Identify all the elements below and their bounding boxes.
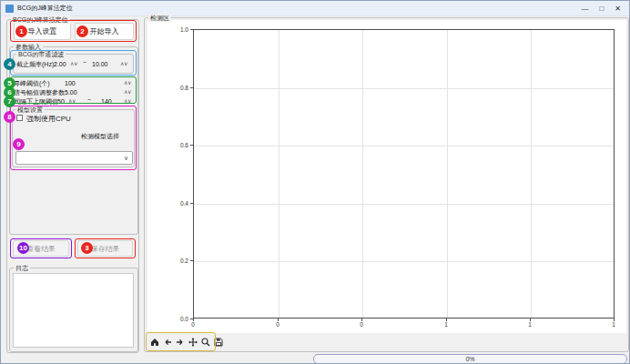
gridline bbox=[531, 30, 532, 318]
left-panel-group-title: BCG的J峰算法定位 bbox=[11, 15, 70, 24]
plot-toolbar bbox=[149, 336, 223, 348]
cutoff-low-spinner[interactable]: ∧∨ bbox=[70, 60, 77, 68]
peak-threshold-value[interactable]: 100 bbox=[65, 79, 76, 87]
gridline bbox=[279, 30, 279, 318]
force-cpu-label[interactable]: 强制使用CPU bbox=[26, 115, 71, 123]
tick-mark bbox=[190, 260, 193, 261]
annotation-circle-3: 3 bbox=[81, 242, 93, 254]
annotation-circle-4: 4 bbox=[4, 58, 15, 70]
model-select-label: 检测模型选择 bbox=[81, 132, 119, 140]
interval-low-value[interactable]: 50 bbox=[57, 97, 65, 106]
window-title: BCG的J峰算法定位 bbox=[17, 4, 73, 13]
y-tick-label: 0.6 bbox=[174, 142, 188, 148]
log-group-title: 日志 bbox=[14, 264, 30, 272]
amplitude-adjust-label: 信号幅值调整参数 bbox=[14, 88, 65, 96]
detection-area-group-title: 检测区 bbox=[148, 14, 171, 22]
minimize-button[interactable]: — bbox=[581, 5, 588, 13]
force-cpu-checkbox[interactable] bbox=[16, 115, 23, 121]
x-tick-label: 0 bbox=[276, 321, 279, 328]
gridline bbox=[362, 30, 363, 318]
close-button[interactable]: ✕ bbox=[615, 5, 621, 13]
y-tick-label: 0.4 bbox=[174, 200, 188, 207]
save-icon[interactable] bbox=[213, 336, 223, 348]
interval-range-separator: ~ bbox=[87, 96, 91, 103]
tick-mark bbox=[190, 145, 193, 146]
cutoff-high-value[interactable]: 10.00 bbox=[92, 60, 108, 68]
progress-value: 0% bbox=[465, 356, 474, 362]
back-arrow-icon[interactable] bbox=[162, 336, 172, 348]
x-tick-label: 1 bbox=[444, 321, 448, 328]
maximize-button[interactable]: □ bbox=[599, 5, 604, 13]
y-tick-label: 1.0 bbox=[174, 26, 188, 33]
log-textarea[interactable] bbox=[13, 273, 134, 348]
home-icon[interactable] bbox=[149, 336, 159, 348]
model-settings-group-title: 模型设置 bbox=[15, 106, 45, 114]
amplitude-adjust-value[interactable]: 5.00 bbox=[65, 88, 77, 96]
cutoff-high-spinner[interactable]: ∧∨ bbox=[120, 60, 127, 68]
forward-arrow-icon[interactable] bbox=[175, 336, 185, 348]
gridline bbox=[194, 261, 614, 262]
window-controls: — □ ✕ bbox=[581, 5, 626, 13]
gridline bbox=[194, 204, 614, 205]
annotation-circle-10: 10 bbox=[17, 242, 29, 254]
gridline bbox=[194, 146, 614, 147]
x-tick-label: 1 bbox=[612, 321, 615, 328]
progress-bar: 0% bbox=[313, 354, 627, 364]
y-tick-label: 0.0 bbox=[174, 316, 188, 322]
tick-mark bbox=[190, 318, 193, 319]
app-window: BCG的J峰算法定位 — □ ✕ BCG的J峰算法定位 导入设置 开始导入 1 … bbox=[0, 0, 630, 364]
x-tick-label: 0 bbox=[360, 321, 363, 328]
x-tick-label: 0 bbox=[191, 321, 195, 328]
tick-mark bbox=[190, 203, 193, 204]
plot-axes[interactable] bbox=[193, 29, 615, 318]
annotation-circle-1: 1 bbox=[15, 25, 27, 37]
amplitude-adjust-spinner[interactable]: ∧∨ bbox=[124, 88, 131, 96]
cutoff-range-separator: ~ bbox=[83, 59, 86, 66]
app-icon bbox=[5, 5, 14, 13]
annotation-circle-2: 2 bbox=[76, 25, 88, 37]
annotation-circle-9: 9 bbox=[13, 138, 25, 150]
annotation-circle-8: 8 bbox=[4, 111, 15, 123]
peak-threshold-label: 寻峰阈值(个) bbox=[14, 79, 50, 87]
gridline bbox=[447, 30, 448, 318]
bandpass-group-title: BCG的带通滤波 bbox=[16, 50, 66, 58]
cutoff-low-value[interactable]: 2.00 bbox=[54, 60, 66, 68]
interval-high-spinner[interactable]: ∧∨ bbox=[124, 97, 131, 106]
pan-icon[interactable] bbox=[188, 336, 198, 348]
tick-mark bbox=[190, 29, 193, 30]
cutoff-frequency-label: 截止频率(Hz): bbox=[16, 60, 56, 68]
interval-low-spinner[interactable]: ∧∨ bbox=[68, 97, 76, 106]
annotation-circle-7: 7 bbox=[4, 96, 15, 107]
interval-limits-label: 间隔下上限阈值 bbox=[14, 97, 58, 106]
chevron-down-icon: ∨ bbox=[124, 155, 128, 162]
tick-mark bbox=[190, 87, 193, 88]
zoom-magnifier-icon[interactable] bbox=[200, 336, 210, 348]
title-bar: BCG的J峰算法定位 — □ ✕ bbox=[1, 1, 630, 16]
interval-high-value[interactable]: 140 bbox=[101, 97, 112, 106]
x-tick-label: 1 bbox=[528, 321, 532, 328]
y-tick-label: 0.2 bbox=[174, 258, 188, 264]
peak-threshold-spinner[interactable]: ∧∨ bbox=[124, 79, 131, 87]
model-select-combobox[interactable]: ∨ bbox=[15, 151, 133, 165]
gridline bbox=[194, 88, 614, 89]
y-tick-label: 0.8 bbox=[174, 85, 188, 91]
